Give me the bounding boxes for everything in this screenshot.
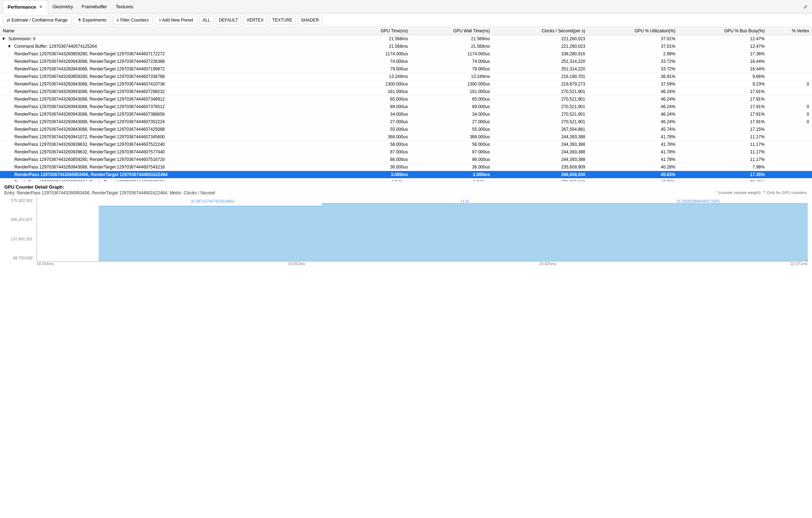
graph-title: GPU Counter Detail Graph:	[4, 184, 808, 190]
table-row[interactable]: RenderPass 12970367443260939632, RenderT…	[0, 148, 812, 156]
arrow-up-icon: ▲	[37, 198, 40, 200]
tab-geometry-label: Geometry	[52, 4, 73, 9]
experiments-label: Experiments	[83, 18, 107, 23]
preset-texture-button[interactable]: TEXTURE	[269, 16, 296, 24]
graph-entry-text: Entry: RenderPass 12970367443260953456, …	[4, 190, 215, 195]
x-label-2: 20.829ms	[539, 262, 556, 270]
row-name: RenderPass 12970367443260943088, RenderT…	[14, 82, 165, 87]
table-row[interactable]: ▼ Submission: 021.568ms21.568ms221,260,0…	[0, 35, 812, 43]
table-row[interactable]: RenderPass 12970367443260943088, RenderT…	[0, 103, 812, 111]
table-body: ▼ Submission: 021.568ms21.568ms221,260,0…	[0, 35, 812, 182]
row-name: RenderPass 12970367443260859280, RenderT…	[14, 74, 165, 79]
performance-table-container[interactable]: Name GPU Time(ns) GPU Wall Time(ns) Cloc…	[0, 27, 812, 181]
tab-textures-label: Textures	[116, 4, 133, 9]
preset-default-label: DEFAULT	[219, 18, 238, 23]
chart-annotation-1: (1.0)	[461, 199, 469, 203]
tab-geometry[interactable]: Geometry	[48, 0, 77, 14]
preset-texture-label: TEXTURE	[272, 18, 293, 23]
col-vertex: % Vertex	[767, 27, 812, 35]
row-name: RenderPass 12970367443260943088, RenderT…	[14, 104, 165, 109]
table-row[interactable]: RenderPass 12970367443260943088, RenderT…	[0, 96, 812, 103]
x-label-3: 22.371ms	[790, 262, 808, 270]
table-row[interactable]: RenderPass 12970367443260943088, RenderT…	[0, 58, 812, 65]
row-name: RenderPass 12970367443260943088, RenderT…	[14, 66, 165, 71]
table-row[interactable]: RenderPass 12970367443260953456, RenderT…	[0, 171, 812, 179]
row-name: RenderPass 12970367443260943088, RenderT…	[14, 165, 165, 170]
tab-performance-label: Performance	[8, 4, 36, 10]
tab-textures[interactable]: Textures	[111, 0, 137, 14]
y-axis: 275,002,502 206,251,877 137,501,251 68,7…	[4, 198, 35, 262]
preset-vertex-button[interactable]: VERTEX	[243, 16, 267, 24]
col-name: Name	[0, 27, 347, 35]
table-row[interactable]: RenderPass 12970367443260943088, RenderT…	[0, 65, 812, 73]
chart-bar-0	[99, 206, 322, 261]
table-row[interactable]: RenderPass 12970367443259759984, RenderT…	[0, 179, 812, 182]
table-row[interactable]: RenderPass 12970367443260939632, RenderT…	[0, 141, 812, 148]
experiments-icon: ⚗	[78, 18, 81, 23]
add-preset-button[interactable]: + Add New Preset	[155, 16, 197, 24]
row-name: Command Buffer: 12970367440574125264	[14, 44, 97, 49]
y-label-0: 275,002,502	[4, 198, 35, 203]
table-row[interactable]: RenderPass 12970367443260859280, RenderT…	[0, 73, 812, 80]
chart-annotation-2: (0.33582086649017595)	[677, 199, 720, 203]
bottom-section: GPU Counter Detail Graph: Entry: RenderP…	[0, 181, 812, 270]
row-name: RenderPass 12970367443260943088, RenderT…	[14, 89, 165, 94]
row-name: RenderPass 12970367443260859280, RenderT…	[14, 157, 165, 162]
row-name: RenderPass 12970367443260943088, RenderT…	[14, 119, 165, 124]
chart-annotation-0: (0.39715742743312465)	[191, 199, 234, 203]
filter-icon: ≡	[117, 18, 119, 22]
y-label-2: 137,501,251	[4, 237, 35, 241]
col-util: GPU % Utilization(%)	[588, 27, 678, 35]
filter-button[interactable]: ≡ Filter Counters	[113, 16, 153, 24]
preset-all-button[interactable]: ALL	[199, 16, 213, 24]
row-name: RenderPass 12970367443260953456, RenderT…	[14, 172, 168, 177]
preset-default-button[interactable]: DEFAULT	[216, 16, 241, 24]
preset-vertex-label: VERTEX	[247, 18, 264, 23]
experiments-button[interactable]: ⚗ Experiments	[74, 16, 111, 24]
toggle-icon[interactable]: ▼	[1, 36, 7, 41]
table-row[interactable]: ▼ Command Buffer: 1297036744057412526421…	[0, 43, 812, 50]
arrow-right-icon: ▶	[807, 258, 808, 262]
preset-shader-button[interactable]: SHADER	[298, 16, 322, 24]
app-container: Performance ✕ Geometry Framebuffer Textu…	[0, 0, 812, 270]
toggle-icon[interactable]: ▼	[7, 44, 13, 49]
table-row[interactable]: RenderPass 12970367443260943088, RenderT…	[0, 80, 812, 88]
table-row[interactable]: RenderPass 12970367443260943088, RenderT…	[0, 163, 812, 171]
col-gpu-time: GPU Time(ns)	[347, 27, 411, 35]
chart-bar-1	[322, 203, 808, 261]
row-name: RenderPass 12970367443260943088, RenderT…	[14, 112, 165, 117]
row-name: RenderPass 12970367443260941072, RenderT…	[14, 134, 165, 139]
x-label-0: 18.554ms	[37, 262, 54, 270]
expand-icon[interactable]: ⤢	[802, 3, 809, 11]
tab-framebuffer-label: Framebuffer	[82, 4, 107, 9]
toolbar: ⇄ Estimate / Confidence Range ⚗ Experime…	[0, 14, 812, 27]
row-name: Submission: 0	[8, 36, 35, 41]
col-bus: GPU % Bus Busy(%)	[678, 27, 767, 35]
add-preset-label: + Add New Preset	[159, 18, 193, 23]
y-label-3: 68,750,626	[4, 256, 35, 260]
chart-area: 275,002,502 206,251,877 137,501,251 68,7…	[4, 198, 808, 270]
estimate-button[interactable]: ⇄ Estimate / Confidence Range	[3, 16, 71, 24]
table-row[interactable]: RenderPass 12970367443260941072, RenderT…	[0, 133, 812, 141]
table-row[interactable]: RenderPass 12970367443260859280, RenderT…	[0, 50, 812, 58]
col-gpu-wall: GPU Wall Time(ns)	[411, 27, 493, 35]
col-clocks: Clocks / Second(per s)	[493, 27, 588, 35]
preset-all-label: ALL	[202, 18, 210, 23]
table-row[interactable]: RenderPass 12970367443260943088, RenderT…	[0, 111, 812, 118]
tab-framebuffer[interactable]: Framebuffer	[78, 0, 112, 14]
tab-performance-close[interactable]: ✕	[38, 4, 43, 10]
row-name: RenderPass 12970367443260859280, RenderT…	[14, 51, 165, 56]
x-label-1: 19.652ms	[288, 262, 305, 270]
row-name: RenderPass 12970367443260943088, RenderT…	[14, 127, 165, 132]
y-label-1: 206,251,877	[4, 217, 35, 222]
performance-table: Name GPU Time(ns) GPU Wall Time(ns) Cloc…	[0, 27, 812, 181]
row-name: RenderPass 12970367443260939632, RenderT…	[14, 142, 165, 147]
table-row[interactable]: RenderPass 12970367443260943088, RenderT…	[0, 126, 812, 133]
table-row[interactable]: RenderPass 12970367443260943088, RenderT…	[0, 88, 812, 96]
estimate-label: Estimate / Confidence Range	[11, 18, 67, 23]
chart-inner: ▲ (0.39715742743312465)(1.0)(0.335820866…	[37, 198, 808, 262]
table-row[interactable]: RenderPass 12970367443260859280, RenderT…	[0, 156, 812, 163]
tab-performance[interactable]: Performance ✕	[3, 0, 48, 14]
row-name: RenderPass 12970367443260943088, RenderT…	[14, 97, 165, 102]
table-row[interactable]: RenderPass 12970367443260943088, RenderT…	[0, 118, 812, 126]
